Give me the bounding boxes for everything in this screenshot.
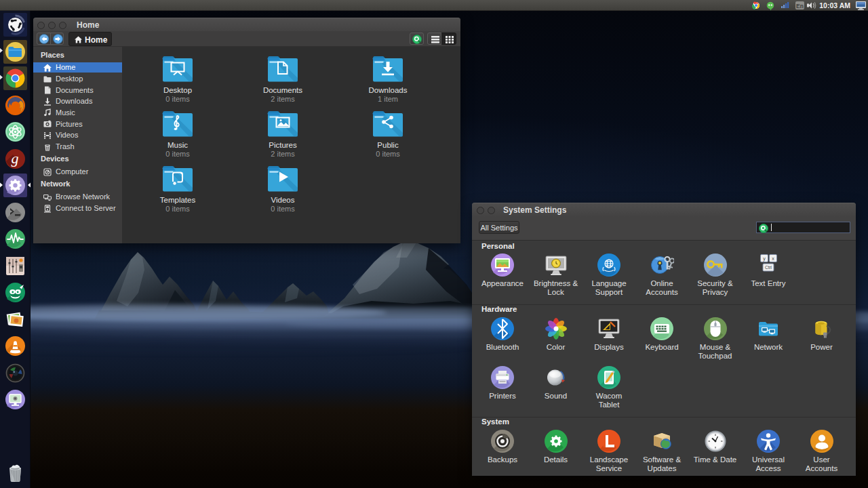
svg-text:y: y: [763, 256, 766, 262]
svg-text:x: x: [772, 256, 774, 261]
svg-text:Ctrl: Ctrl: [765, 265, 772, 270]
svg-text:En: En: [796, 3, 804, 9]
